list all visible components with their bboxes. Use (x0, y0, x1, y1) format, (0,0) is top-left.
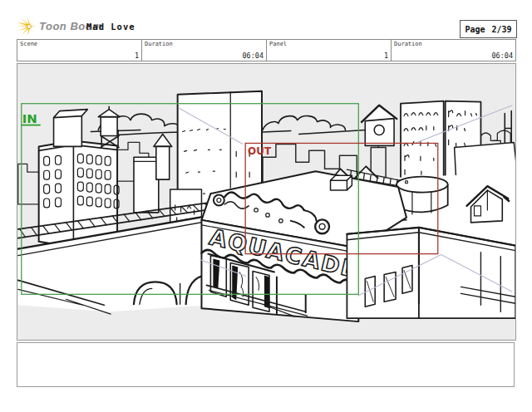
page-label: Page (465, 25, 485, 34)
info-cell-scene-duration: Duration 06:04 (142, 40, 267, 61)
info-cell-scene: Scene 1 (17, 40, 142, 61)
cell-label: Scene (20, 41, 37, 47)
page-value: 2/39 (492, 25, 512, 34)
toonboom-logo-icon (17, 17, 37, 37)
tank-top (397, 177, 448, 193)
info-cell-panel: Panel 1 (267, 40, 392, 61)
pointed-tower (156, 146, 170, 179)
cell-label: Duration (145, 41, 173, 47)
notes-box (17, 342, 515, 387)
cell-value: 1 (384, 52, 388, 60)
panel-drawing: AQUACADE (17, 64, 515, 338)
info-cell-panel-duration: Duration 06:04 (392, 40, 515, 61)
cell-value: 06:04 (491, 52, 513, 60)
cell-label: Duration (394, 41, 422, 47)
cell-value: 06:04 (242, 52, 264, 60)
project-title: Mad Love (86, 22, 135, 32)
cell-label: Panel (269, 41, 287, 47)
info-table: Scene 1 Duration 06:04 Panel 1 Duration … (17, 39, 516, 61)
cell-value: 1 (135, 52, 139, 60)
page-number-box: Page 2/39 (460, 20, 517, 38)
round-window-house (365, 119, 394, 146)
camera-out-label: OUT (248, 145, 272, 157)
storyboard-panel: AQUACADE (17, 63, 516, 341)
water-tower-tank (101, 117, 117, 136)
mid-building (134, 157, 159, 213)
roof-cube (331, 175, 352, 190)
storyboard-page: Toon Boom Mad Love Page 2/39 Scene 1 Dur… (0, 0, 532, 412)
camera-in-label: IN (22, 111, 37, 126)
